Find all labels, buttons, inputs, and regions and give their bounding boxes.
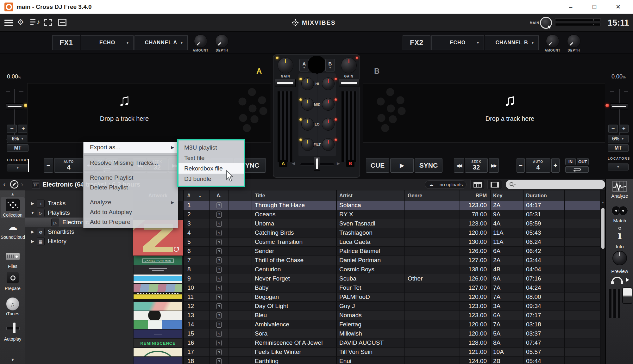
deck-a-pitch-range-select[interactable]: 6%▼ [7, 135, 28, 143]
table-row[interactable]: 5?Cosmic TransitionLuca Gaeta130.0011A06… [184, 238, 600, 247]
eq-hi-b-knob[interactable] [322, 77, 335, 90]
deck-b-play-button[interactable]: ▶ [390, 158, 414, 173]
fx1-routing-select[interactable]: CHANNEL A▼ [135, 35, 188, 50]
table-row[interactable]: 7?Thrill of the ChaseDaniel Portman127.0… [184, 256, 600, 265]
fx2-depth-knob[interactable] [567, 34, 580, 48]
table-row[interactable]: 11?BogoganPALMFooD120.007A08:00 [184, 293, 600, 302]
fx2-routing-select[interactable]: CHANNEL B▼ [485, 35, 539, 50]
table-scrollbar[interactable]: ▲ [600, 190, 605, 364]
channel-b-gain-knob[interactable] [341, 58, 357, 73]
sidebar-item-collection[interactable]: Collection [1, 197, 25, 218]
column-header-genre[interactable]: Genre [405, 190, 460, 201]
monitor-switch[interactable] [622, 287, 632, 304]
deck-b-pitch-fader[interactable] [610, 89, 628, 142]
column-header-duration[interactable]: Duration [523, 190, 565, 201]
collapsed-arrow-icon[interactable]: ▶ [28, 201, 37, 206]
sidebar-item-prepare[interactable]: Prepare [1, 271, 25, 292]
settings-gear-icon[interactable]: ⚙ [17, 18, 24, 27]
collapsed-arrow-icon[interactable]: ▶ [28, 239, 37, 244]
column-header-artist[interactable]: Artist [337, 190, 405, 201]
column-header-num[interactable]: #▲ [184, 190, 210, 201]
table-row[interactable]: 13?BleuNomads123.006A07:17 [184, 311, 600, 320]
deck-b-master-tempo-button[interactable]: MT [608, 144, 629, 152]
cue-mix-knob[interactable] [308, 56, 326, 74]
table-row[interactable]: 1?Through The HazeSolanca123.002A04:17 [184, 201, 600, 210]
menu-item-resolve-missing-tracks[interactable]: Resolve Missing Tracks... [84, 158, 178, 168]
table-row[interactable]: 15?SoraMilkwish120.005A03:37 [184, 329, 600, 338]
preview-label[interactable]: Preview [606, 268, 633, 274]
deck-b-pitch-plus-button[interactable]: + [619, 125, 629, 133]
main-volume-knob[interactable] [540, 17, 552, 29]
deck-b-seek-forward-button[interactable]: ▶▶ [489, 158, 499, 173]
uploads-status-button[interactable]: ☁no uploads [425, 180, 467, 189]
deck-b-auto-loop-button[interactable]: AUTO4 [526, 158, 550, 173]
column-header-blank[interactable] [229, 190, 252, 201]
submenu-item-m3u-playlist[interactable]: M3U playlist [179, 142, 244, 153]
table-row[interactable]: 10?BabyFour Tet127.007A04:24 [184, 283, 600, 293]
sidebar-item-soundcloud[interactable]: ☁SoundCloud [1, 219, 25, 240]
table-row[interactable]: 18?EarthlingEnui124.002B05:44 [184, 357, 600, 364]
table-row[interactable]: 17?Feels Like WinterTill Von Sein121.001… [184, 348, 600, 357]
search-input[interactable] [506, 180, 605, 189]
fullscreen-icon[interactable] [44, 19, 52, 26]
table-row[interactable]: 2?OceansRY X78.009A05:31 [184, 210, 600, 219]
table-row[interactable]: 6?SenderPatrice Bäumel126.006A06:42 [184, 247, 600, 256]
info-icon[interactable]: ı [614, 227, 625, 243]
cue-select-b[interactable]: B▼ [325, 59, 335, 71]
sidebar-item-files[interactable]: Files [1, 249, 25, 269]
maximize-button[interactable]: □ [586, 0, 603, 14]
deck-b-pitch-range-select[interactable]: 6%▼ [608, 135, 629, 143]
deck-b-auto-plus-button[interactable]: + [551, 158, 560, 173]
menu-item-rename-playlist[interactable]: Rename Playlist [84, 173, 178, 182]
deck-a-pitch-minus-button[interactable]: − [7, 125, 17, 133]
column-header-bpm[interactable]: BPM [460, 190, 491, 201]
deck-a-master-tempo-button[interactable]: MT [7, 144, 28, 152]
scroll-up-icon[interactable]: ▲ [600, 201, 605, 204]
preview-knob[interactable] [612, 251, 627, 265]
channel-a-gain-knob[interactable] [278, 58, 293, 73]
menu-item-delete-playlist[interactable]: Delete Playlist [84, 182, 178, 192]
scrollbar-thumb[interactable] [601, 208, 605, 249]
deck-b-loop-out-button[interactable]: OUT [577, 158, 589, 165]
menu-item-export-as[interactable]: Export as...▶ [84, 142, 178, 153]
expanded-arrow-icon[interactable]: ▼ [28, 211, 37, 215]
playlist-queue-icon[interactable]: ♪ [30, 18, 40, 27]
channel-a-fader[interactable] [275, 79, 296, 162]
channel-b-fader[interactable] [339, 79, 360, 162]
fx1-amount-knob[interactable] [194, 34, 207, 48]
fx1-depth-knob[interactable] [215, 34, 229, 48]
collapsed-arrow-icon[interactable]: ▶ [28, 230, 37, 234]
match-label[interactable]: Match [606, 218, 633, 223]
nav-back-icon[interactable]: ‹ [3, 179, 5, 190]
table-row[interactable]: 9?Never ForgetScubaOther126.009A07:16 [184, 274, 600, 283]
hamburger-menu-icon[interactable] [4, 20, 13, 26]
deck-b-reloop-button[interactable] [565, 166, 589, 173]
crossfader[interactable] [314, 157, 320, 171]
tree-item-smartlists[interactable]: ▶⚙Smartlists [25, 227, 133, 237]
submenu-item-text-file[interactable]: Text file [179, 153, 244, 163]
table-view-button[interactable] [470, 180, 485, 189]
fx1-effect-select[interactable]: ECHO▼ [81, 35, 134, 50]
sampler-icon[interactable] [58, 19, 66, 26]
eq-filt-b-knob[interactable] [322, 138, 335, 151]
table-row[interactable]: 4?Catching BirdsTrashlagoon120.0011A05:4… [184, 228, 600, 238]
deck-b-pitch-minus-button[interactable]: − [608, 125, 618, 133]
sidebar-item-autoplay[interactable]: Autoplay [1, 321, 25, 342]
analyze-icon[interactable] [612, 181, 627, 193]
deck-a-auto-minus-button[interactable]: − [44, 158, 53, 173]
fx2-effect-select[interactable]: ECHO▼ [431, 35, 484, 50]
sidebar-scroll-up-icon[interactable]: ▲ [0, 192, 25, 196]
menu-item-add-to-prepare[interactable]: Add to Prepare [84, 217, 178, 227]
deck-a-pitch-fader[interactable] [6, 89, 23, 142]
deck-b-cue-button[interactable]: CUE [366, 158, 389, 173]
table-row[interactable]: 3?UnomaSven Tasnadi123.004A05:59 [184, 219, 600, 228]
eq-mid-b-knob[interactable] [322, 98, 335, 111]
analyze-label[interactable]: Analyze [606, 193, 633, 199]
table-row[interactable]: 12?Day Of LightGuy J123.003A09:34 [184, 302, 600, 311]
minimize-button[interactable]: – [562, 0, 579, 14]
deck-b-auto-minus-button[interactable]: − [517, 158, 525, 173]
menu-item-add-to-autoplay[interactable]: Add to Autoplay [84, 207, 178, 217]
deck-a-auto-loop-button[interactable]: AUTO4 [54, 158, 83, 173]
info-label[interactable]: Info [606, 244, 633, 249]
deck-b-sync-button[interactable]: SYNC [415, 158, 442, 173]
